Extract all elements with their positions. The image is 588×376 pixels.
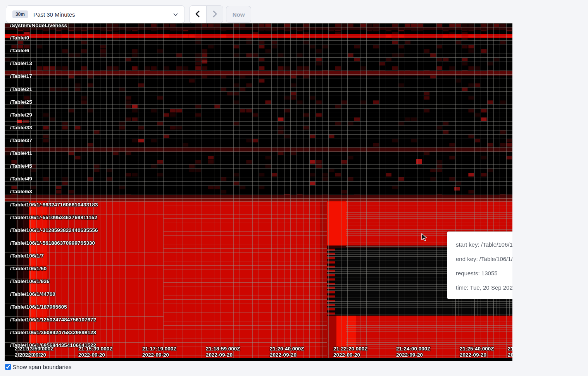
chevron-left-icon	[194, 10, 201, 19]
show-span-boundaries-label: Show span boundaries	[12, 364, 72, 370]
tooltip-start-key: start key: /Table/106/1/-247433150824388…	[456, 240, 512, 249]
chevron-right-icon	[211, 10, 218, 19]
key-visualizer: /System/NodeLiveness/Table/0/Table/6/Tab…	[5, 23, 512, 361]
tooltip-end-key: end key: /Table/106/1/-18683814745282642…	[456, 255, 512, 263]
time-nav-group	[189, 5, 223, 23]
time-window-badge: 30m	[12, 10, 28, 18]
next-button[interactable]	[206, 6, 223, 23]
show-span-boundaries: Show span boundaries	[5, 364, 72, 370]
heatmap-canvas[interactable]	[5, 23, 512, 361]
tooltip-time: time: Tue, 20 Sep 2022 21:24:40 GMT	[456, 283, 512, 292]
prev-button[interactable]	[190, 6, 206, 23]
tooltip-requests: requests: 13055	[456, 269, 512, 278]
time-window-dropdown[interactable]: 30m Past 30 Minutes	[6, 5, 185, 23]
toolbar: 30m Past 30 Minutes Now	[0, 0, 588, 23]
show-span-boundaries-checkbox[interactable]	[5, 364, 11, 370]
hover-tooltip: start key: /Table/106/1/-247433150824388…	[447, 232, 512, 299]
chevron-down-icon	[173, 12, 178, 19]
now-button[interactable]: Now	[226, 6, 251, 23]
time-window-label: Past 30 Minutes	[33, 11, 75, 18]
